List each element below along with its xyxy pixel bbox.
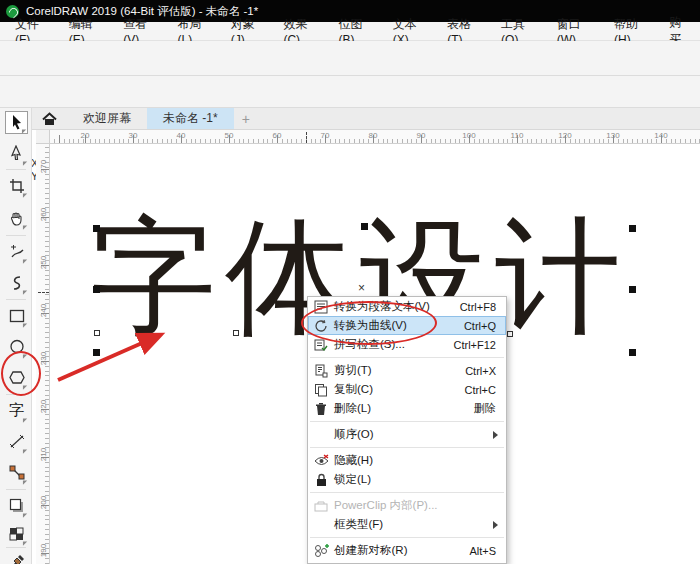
tab-welcome-label: 欢迎屏幕: [83, 110, 131, 127]
submenu-arrow-icon: [493, 431, 498, 439]
shape-tool[interactable]: [5, 142, 28, 165]
spell-check-icon: [308, 338, 334, 352]
menu-item-convert-to-paragraph[interactable]: 转换为段落文本(V) Ctrl+F8: [308, 297, 506, 316]
powerclip-icon: [308, 500, 334, 512]
hruler-label: 60: [268, 131, 286, 140]
connector-tool[interactable]: [5, 461, 28, 484]
toolbox: 字: [0, 108, 32, 564]
document-tab-bar: 欢迎屏幕 未命名 -1* +: [32, 108, 700, 130]
new-tab-button[interactable]: +: [234, 108, 258, 129]
lock-icon: [308, 473, 334, 487]
rectangle-tool[interactable]: [5, 304, 28, 327]
tab-welcome-screen[interactable]: 欢迎屏幕: [67, 108, 147, 129]
ellipse-tool[interactable]: [5, 335, 28, 358]
text-node-marker[interactable]: [94, 330, 100, 336]
menu-separator: [308, 444, 506, 451]
pan-tool[interactable]: [5, 206, 28, 229]
standard-toolbar: PDF 148% 贴齐(T): [0, 41, 700, 76]
horizontal-ruler[interactable]: 2030405060708090100110120130140: [50, 130, 700, 144]
menu-item-convert-to-curves[interactable]: 转换为曲线(V) Ctrl+Q: [308, 316, 506, 335]
vruler-label: 250: [39, 256, 48, 270]
vruler-label: 260: [39, 208, 48, 222]
vruler-label: 240: [39, 304, 48, 318]
freehand-tool[interactable]: [5, 240, 28, 263]
menu-separator: [308, 354, 506, 361]
submenu-arrow-icon: [493, 521, 498, 529]
hruler-label: 110: [508, 131, 526, 140]
menu-item-lock[interactable]: 锁定(L): [308, 470, 506, 489]
color-eyedropper-tool[interactable]: [5, 550, 28, 564]
hruler-label: 20: [76, 131, 94, 140]
hruler-label: 90: [412, 131, 430, 140]
dimension-tool[interactable]: [5, 430, 28, 453]
menu-item-copy[interactable]: 复制(C) Ctrl+C: [308, 380, 506, 399]
vruler-label: 200: [39, 496, 48, 510]
selection-center-marker[interactable]: ×: [358, 281, 365, 295]
menu-item-delete[interactable]: 删除(L) 删除: [308, 399, 506, 418]
vertical-ruler[interactable]: 270260250240230220210200190: [36, 144, 50, 564]
ruler-corner: [36, 130, 50, 144]
context-menu: 转换为段落文本(V) Ctrl+F8 转换为曲线(V) Ctrl+Q 拼写检查(…: [307, 296, 507, 564]
polygon-tool[interactable]: [5, 366, 28, 389]
hruler-label: 140: [652, 131, 670, 140]
hruler-label: 130: [604, 131, 622, 140]
menu-bar: 文件(F) 编辑(E) 查看(V) 布局(L) 对象(J) 效果(C) 位图(B…: [0, 22, 700, 41]
hruler-label: 40: [172, 131, 190, 140]
tab-document[interactable]: 未命名 -1*: [147, 108, 234, 129]
menu-separator: [308, 560, 506, 564]
transparency-tool[interactable]: [5, 522, 28, 545]
hruler-label: 70: [316, 131, 334, 140]
tab-document-label: 未命名 -1*: [163, 110, 218, 127]
home-button[interactable]: [32, 108, 67, 129]
selection-handle-top-center[interactable]: [361, 223, 368, 230]
menu-item-order[interactable]: 顺序(O): [308, 425, 506, 444]
selection-handle-middle-right[interactable]: [629, 286, 636, 293]
vruler-position-marker: [38, 292, 49, 293]
hruler-label: 100: [460, 131, 478, 140]
cut-icon: [308, 364, 334, 378]
selection-handle-middle-left[interactable]: [93, 286, 100, 293]
menu-item-create-symmetry[interactable]: 创建新对称(R) Alt+S: [308, 541, 506, 560]
text-node-marker[interactable]: [507, 331, 513, 337]
menu-item-hide[interactable]: 隐藏(H): [308, 451, 506, 470]
menu-item-powerclip-inside[interactable]: PowerClip 内部(P)...: [308, 496, 506, 515]
vruler-label: 190: [39, 544, 48, 558]
vruler-label: 210: [39, 448, 48, 462]
property-bar: X: 78.578 mm Y: 244.413 mm ↔ 107.036 mm …: [0, 76, 700, 108]
selection-handle-bottom-right[interactable]: [629, 349, 636, 356]
menu-item-spell-check[interactable]: 拼写检查(S)... Ctrl+F12: [308, 335, 506, 354]
pick-tool[interactable]: [5, 111, 28, 134]
drop-shadow-tool[interactable]: [5, 494, 28, 517]
selection-handle-top-left[interactable]: [93, 225, 100, 232]
symmetry-icon: [308, 544, 334, 558]
hide-eye-icon: [308, 454, 334, 467]
text-node-marker[interactable]: [233, 330, 239, 336]
vruler-label: 270: [39, 160, 48, 174]
selection-handle-top-right[interactable]: [629, 225, 636, 232]
hruler-label: 120: [556, 131, 574, 140]
copy-icon: [308, 383, 334, 397]
vruler-label: 220: [39, 400, 48, 414]
paragraph-text-icon: [308, 300, 334, 314]
artistic-media-tool[interactable]: [5, 271, 28, 294]
new-tab-label: +: [242, 111, 250, 127]
hruler-label: 80: [364, 131, 382, 140]
hruler-position-marker: [306, 132, 307, 143]
vruler-label: 230: [39, 352, 48, 366]
selection-handle-bottom-left[interactable]: [93, 349, 100, 356]
hruler-label: 50: [220, 131, 238, 140]
delete-icon: [308, 402, 334, 416]
menu-separator: [308, 534, 506, 541]
hruler-label: 30: [124, 131, 142, 140]
menu-item-frame-type[interactable]: 框类型(F): [308, 515, 506, 534]
convert-curves-icon: [308, 319, 334, 333]
crop-tool[interactable]: [5, 174, 28, 197]
menu-separator: [308, 418, 506, 425]
text-tool[interactable]: 字: [5, 399, 28, 422]
menu-separator: [308, 489, 506, 496]
menu-item-cut[interactable]: 剪切(T) Ctrl+X: [308, 361, 506, 380]
